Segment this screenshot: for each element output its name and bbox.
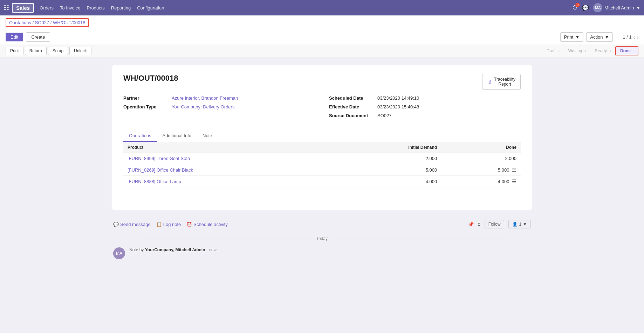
col-header-product: Product [123,142,362,153]
operation-type-label: Operation Type [123,104,169,109]
return-button[interactable]: Return [25,47,47,55]
fields-section: Partner Azure Interior, Brandon Freeman … [123,95,521,122]
pager-text: 1 / 1 [623,34,631,40]
operation-type-value[interactable]: YourCompany: Delivery Orders [172,104,234,109]
user-dropdown-icon: ▼ [636,5,640,11]
clock-icon[interactable]: ⏱ 9 [572,5,578,11]
message-item: MA Note by YourCompany, Mitchell Admin -… [113,245,531,262]
nav-to-invoice[interactable]: To Invoice [60,5,81,11]
next-page-button[interactable]: › [637,34,638,40]
grid-icon[interactable]: ☷ [4,4,9,12]
prev-page-button[interactable]: ‹ [633,34,635,40]
status-done: Done [615,46,638,55]
send-message-label: Send message [120,222,151,227]
effective-date-field: Effective Date 03/23/2020 15:40:48 [329,104,521,109]
pin-icon: 📌 [468,222,474,227]
operations-table: Product Initial Demand Done [FURN_8999] … [123,142,521,187]
cell-demand-0: 2.000 [362,153,441,164]
cell-done-2: 4.000 ☰ [441,176,521,187]
nav-reporting[interactable]: Reporting [111,5,131,11]
cell-product-0[interactable]: [FURN_8999] Three-Seat Sofa [123,153,362,164]
source-document-value: SO027 [377,113,391,118]
tab-note[interactable]: Note [197,130,218,142]
breadcrumb-bar: Quotations / SO027 / WH/OUT/00018 [0,15,644,30]
log-note-label: Log note [163,222,181,227]
chatter: 💬 Send message 📋 Log note ⏰ Schedule act… [112,217,532,262]
table-row: [FURN_8999] Three-Seat Sofa 2.000 2.000 [123,153,521,164]
today-divider: Today [113,236,531,241]
cell-demand-1: 5.000 [362,164,441,176]
user-avatar: MA [593,3,602,12]
table-row: [FURN_0269] Office Chair Black 5.000 5.0… [123,164,521,176]
breadcrumb-so027[interactable]: SO027 [35,20,49,25]
pager: 1 / 1 ‹ › [623,34,638,40]
main-content: ⇧ TraceabilityReport WH/OUT/00018 Partne… [0,58,644,321]
document-card: ⇧ TraceabilityReport WH/OUT/00018 Partne… [112,65,532,210]
message-avatar: MA [113,247,125,259]
log-note-button[interactable]: 📋 Log note [156,222,181,227]
detail-list-icon[interactable]: ☰ [512,167,516,173]
user-menu[interactable]: MA Mitchell Admin ▼ [593,3,640,12]
source-document-label: Source Document [329,113,375,118]
breadcrumb-quotations[interactable]: Quotations [9,20,31,25]
send-message-icon: 💬 [113,222,119,227]
nav-orders[interactable]: Orders [40,5,54,11]
cell-product-2[interactable]: [FURN_8888] Office Lamp [123,176,362,187]
partner-value[interactable]: Azure Interior, Brandon Freeman [172,95,238,101]
status-waiting: Waiting [564,47,591,55]
status-draft: Draft [542,47,564,55]
nav-products[interactable]: Products [87,5,104,11]
nav-configuration[interactable]: Configuration [137,5,164,11]
schedule-activity-button[interactable]: ⏰ Schedule activity [186,222,228,227]
action-button[interactable]: Action ▼ [586,32,613,42]
detail-list-icon[interactable]: ☰ [512,179,516,184]
source-document-field: Source Document SO027 [329,113,521,118]
print-dropdown-icon: ▼ [575,34,580,40]
user-name: Mitchell Admin [604,5,634,11]
avatar-initials: MA [116,251,122,256]
traceability-icon: ⇧ [487,79,492,85]
scheduled-date-label: Scheduled Date [329,95,375,101]
status-ready: Ready [590,47,615,55]
create-button[interactable]: Create [26,32,50,42]
nav-right: ⏱ 9 💬 MA Mitchell Admin ▼ [572,3,640,12]
log-note-icon: 📋 [156,222,162,227]
toolbar: Edit Create Print ▼ Action ▼ 1 / 1 ‹ › [0,30,644,44]
print-button[interactable]: Print ▼ [560,32,584,42]
tab-additional-info[interactable]: Additional Info [157,130,197,142]
cell-done-0: 2.000 [441,153,521,164]
app-name[interactable]: Sales [12,3,34,13]
print-label: Print [564,34,574,40]
unlock-button[interactable]: Unlock [69,47,91,55]
action-dropdown-icon: ▼ [604,34,609,40]
fields-right: Scheduled Date 03/23/2020 14:49:10 Effec… [329,95,521,122]
follow-button[interactable]: Follow [485,220,505,228]
top-navigation: ☷ Sales Orders To Invoice Products Repor… [0,0,644,15]
print-action-button[interactable]: Print [6,47,23,55]
message-timestamp: - now [206,247,217,252]
edit-button[interactable]: Edit [6,33,23,41]
cell-demand-2: 4.000 [362,176,441,187]
partner-label: Partner [123,95,169,101]
followers-button[interactable]: 👤 1 ▼ [508,220,531,228]
followers-dropdown-icon: ▼ [523,222,527,227]
tab-operations[interactable]: Operations [123,130,157,142]
status-bar: Draft Waiting Ready Done [542,46,638,55]
traceability-button[interactable]: ⇧ TraceabilityReport [482,74,521,90]
pin-count: 0 [478,222,480,227]
chat-icon[interactable]: 💬 [582,5,589,11]
scheduled-date-value: 03/23/2020 14:49:10 [377,95,419,101]
tabs: Operations Additional Info Note [123,130,521,142]
message-content: Note by YourCompany, Mitchell Admin - no… [129,247,217,252]
breadcrumb-separator: / [33,20,35,25]
col-header-demand: Initial Demand [362,142,441,153]
send-message-button[interactable]: 💬 Send message [113,222,151,227]
notification-badge: 9 [575,3,580,7]
breadcrumb[interactable]: Quotations / SO027 / WH/OUT/00018 [6,18,89,27]
cell-product-1[interactable]: [FURN_0269] Office Chair Black [123,164,362,176]
action-bar: Print Return Scrap Unlock Draft Waiting … [0,44,644,58]
cell-done-1: 5.000 ☰ [441,164,521,176]
partner-field: Partner Azure Interior, Brandon Freeman [123,95,315,101]
followers-icon: 👤 [512,222,518,227]
scrap-button[interactable]: Scrap [48,47,68,55]
